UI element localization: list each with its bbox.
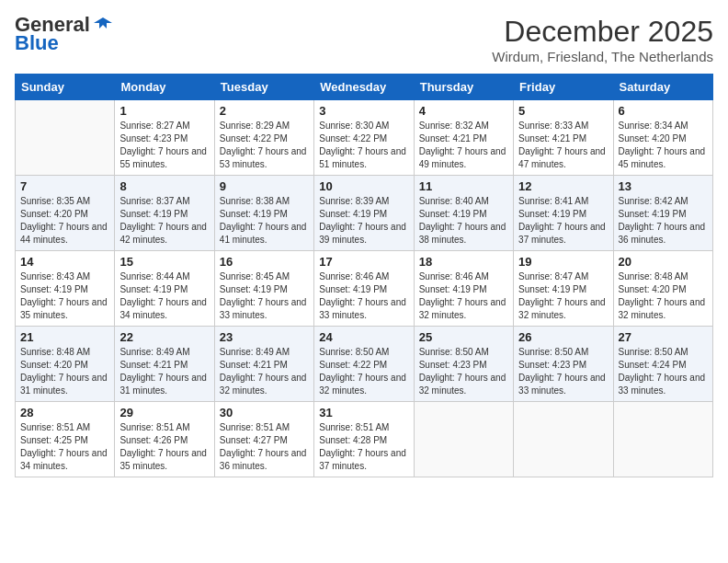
day-info: Sunrise: 8:47 AMSunset: 4:19 PMDaylight:… <box>518 270 608 322</box>
day-number: 14 <box>20 255 109 269</box>
calendar-cell <box>414 402 513 477</box>
calendar-cell: 20Sunrise: 8:48 AMSunset: 4:20 PMDayligh… <box>613 251 712 327</box>
calendar-cell: 22Sunrise: 8:49 AMSunset: 4:21 PMDayligh… <box>115 327 214 402</box>
day-number: 10 <box>319 179 408 193</box>
day-number: 4 <box>419 104 508 118</box>
calendar-cell: 16Sunrise: 8:45 AMSunset: 4:19 PMDayligh… <box>214 251 313 327</box>
day-info: Sunrise: 8:50 AMSunset: 4:23 PMDaylight:… <box>419 346 508 397</box>
calendar-cell: 13Sunrise: 8:42 AMSunset: 4:19 PMDayligh… <box>613 176 712 251</box>
calendar-cell: 29Sunrise: 8:51 AMSunset: 4:26 PMDayligh… <box>115 402 214 477</box>
svg-marker-0 <box>94 17 112 29</box>
day-info: Sunrise: 8:29 AMSunset: 4:22 PMDaylight:… <box>220 120 309 171</box>
calendar-cell: 2Sunrise: 8:29 AMSunset: 4:22 PMDaylight… <box>214 100 313 176</box>
day-info: Sunrise: 8:44 AMSunset: 4:19 PMDaylight:… <box>119 270 209 322</box>
day-info: Sunrise: 8:48 AMSunset: 4:20 PMDaylight:… <box>20 346 109 397</box>
day-info: Sunrise: 8:40 AMSunset: 4:19 PMDaylight:… <box>419 195 508 247</box>
subtitle: Wirdum, Friesland, The Netherlands <box>492 49 713 64</box>
calendar-cell <box>514 402 613 477</box>
day-info: Sunrise: 8:46 AMSunset: 4:19 PMDaylight:… <box>319 270 408 322</box>
day-number: 19 <box>518 255 608 269</box>
day-info: Sunrise: 8:51 AMSunset: 4:27 PMDaylight:… <box>220 421 309 473</box>
weekday-header-monday: Monday <box>115 75 214 100</box>
day-number: 7 <box>20 179 109 193</box>
day-number: 29 <box>119 406 209 419</box>
calendar-cell: 18Sunrise: 8:46 AMSunset: 4:19 PMDayligh… <box>414 251 513 327</box>
day-info: Sunrise: 8:51 AMSunset: 4:25 PMDaylight:… <box>20 421 109 473</box>
logo: General Blue <box>15 15 112 53</box>
title-block: December 2025 Wirdum, Friesland, The Net… <box>492 15 713 64</box>
calendar-cell: 15Sunrise: 8:44 AMSunset: 4:19 PMDayligh… <box>115 251 214 327</box>
weekday-header-saturday: Saturday <box>613 75 712 100</box>
calendar-week-row: 1Sunrise: 8:27 AMSunset: 4:23 PMDaylight… <box>16 100 713 176</box>
calendar-cell: 27Sunrise: 8:50 AMSunset: 4:24 PMDayligh… <box>613 327 712 402</box>
calendar-cell: 8Sunrise: 8:37 AMSunset: 4:19 PMDaylight… <box>115 176 214 251</box>
day-number: 18 <box>419 255 508 269</box>
day-number: 15 <box>119 255 209 269</box>
weekday-header-sunday: Sunday <box>16 75 115 100</box>
day-number: 3 <box>319 104 408 118</box>
day-number: 2 <box>220 104 309 118</box>
calendar-table: SundayMondayTuesdayWednesdayThursdayFrid… <box>15 74 713 477</box>
calendar-cell: 11Sunrise: 8:40 AMSunset: 4:19 PMDayligh… <box>414 176 513 251</box>
calendar-cell: 4Sunrise: 8:32 AMSunset: 4:21 PMDaylight… <box>414 100 513 176</box>
day-info: Sunrise: 8:37 AMSunset: 4:19 PMDaylight:… <box>119 195 209 247</box>
day-number: 11 <box>419 179 508 193</box>
calendar-cell: 14Sunrise: 8:43 AMSunset: 4:19 PMDayligh… <box>16 251 115 327</box>
day-info: Sunrise: 8:48 AMSunset: 4:20 PMDaylight:… <box>619 270 708 322</box>
day-info: Sunrise: 8:50 AMSunset: 4:24 PMDaylight:… <box>619 346 708 397</box>
calendar-cell: 31Sunrise: 8:51 AMSunset: 4:28 PMDayligh… <box>314 402 414 477</box>
day-info: Sunrise: 8:51 AMSunset: 4:26 PMDaylight:… <box>119 421 209 473</box>
calendar-week-row: 28Sunrise: 8:51 AMSunset: 4:25 PMDayligh… <box>16 402 713 477</box>
calendar-cell: 21Sunrise: 8:48 AMSunset: 4:20 PMDayligh… <box>16 327 115 402</box>
day-info: Sunrise: 8:32 AMSunset: 4:21 PMDaylight:… <box>419 120 508 171</box>
calendar-cell: 23Sunrise: 8:49 AMSunset: 4:21 PMDayligh… <box>214 327 313 402</box>
day-number: 31 <box>319 406 408 419</box>
calendar-cell: 1Sunrise: 8:27 AMSunset: 4:23 PMDaylight… <box>115 100 214 176</box>
day-number: 6 <box>619 104 708 118</box>
day-number: 26 <box>518 330 608 344</box>
calendar-cell: 24Sunrise: 8:50 AMSunset: 4:22 PMDayligh… <box>314 327 414 402</box>
calendar-cell: 6Sunrise: 8:34 AMSunset: 4:20 PMDaylight… <box>613 100 712 176</box>
weekday-header-friday: Friday <box>514 75 613 100</box>
weekday-header-wednesday: Wednesday <box>314 75 414 100</box>
calendar-cell: 3Sunrise: 8:30 AMSunset: 4:22 PMDaylight… <box>314 100 414 176</box>
calendar-cell: 10Sunrise: 8:39 AMSunset: 4:19 PMDayligh… <box>314 176 414 251</box>
day-info: Sunrise: 8:50 AMSunset: 4:22 PMDaylight:… <box>319 346 408 397</box>
day-number: 21 <box>20 330 109 344</box>
day-info: Sunrise: 8:46 AMSunset: 4:19 PMDaylight:… <box>419 270 508 322</box>
day-info: Sunrise: 8:41 AMSunset: 4:19 PMDaylight:… <box>518 195 608 247</box>
day-info: Sunrise: 8:50 AMSunset: 4:23 PMDaylight:… <box>518 346 608 397</box>
day-number: 12 <box>518 179 608 193</box>
calendar-cell: 28Sunrise: 8:51 AMSunset: 4:25 PMDayligh… <box>16 402 115 477</box>
day-number: 30 <box>220 406 309 419</box>
logo-blue: Blue <box>15 33 59 53</box>
main-title: December 2025 <box>492 15 713 49</box>
day-info: Sunrise: 8:45 AMSunset: 4:19 PMDaylight:… <box>220 270 309 322</box>
page-header: General Blue December 2025 Wirdum, Fries… <box>15 15 713 64</box>
calendar-week-row: 14Sunrise: 8:43 AMSunset: 4:19 PMDayligh… <box>16 251 713 327</box>
day-number: 9 <box>220 179 309 193</box>
calendar-cell: 7Sunrise: 8:35 AMSunset: 4:20 PMDaylight… <box>16 176 115 251</box>
calendar-cell <box>613 402 712 477</box>
calendar-cell: 30Sunrise: 8:51 AMSunset: 4:27 PMDayligh… <box>214 402 313 477</box>
calendar-week-row: 21Sunrise: 8:48 AMSunset: 4:20 PMDayligh… <box>16 327 713 402</box>
day-info: Sunrise: 8:42 AMSunset: 4:19 PMDaylight:… <box>619 195 708 247</box>
day-number: 1 <box>119 104 209 118</box>
weekday-header-row: SundayMondayTuesdayWednesdayThursdayFrid… <box>16 75 713 100</box>
day-number: 5 <box>518 104 608 118</box>
day-number: 20 <box>619 255 708 269</box>
day-number: 17 <box>319 255 408 269</box>
calendar-cell: 9Sunrise: 8:38 AMSunset: 4:19 PMDaylight… <box>214 176 313 251</box>
day-number: 23 <box>220 330 309 344</box>
calendar-cell: 12Sunrise: 8:41 AMSunset: 4:19 PMDayligh… <box>514 176 613 251</box>
day-number: 16 <box>220 255 309 269</box>
day-number: 13 <box>619 179 708 193</box>
day-info: Sunrise: 8:39 AMSunset: 4:19 PMDaylight:… <box>319 195 408 247</box>
day-info: Sunrise: 8:30 AMSunset: 4:22 PMDaylight:… <box>319 120 408 171</box>
day-number: 27 <box>619 330 708 344</box>
logo-bird-icon <box>94 16 112 34</box>
day-number: 25 <box>419 330 508 344</box>
day-info: Sunrise: 8:38 AMSunset: 4:19 PMDaylight:… <box>220 195 309 247</box>
calendar-cell: 19Sunrise: 8:47 AMSunset: 4:19 PMDayligh… <box>514 251 613 327</box>
day-number: 24 <box>319 330 408 344</box>
